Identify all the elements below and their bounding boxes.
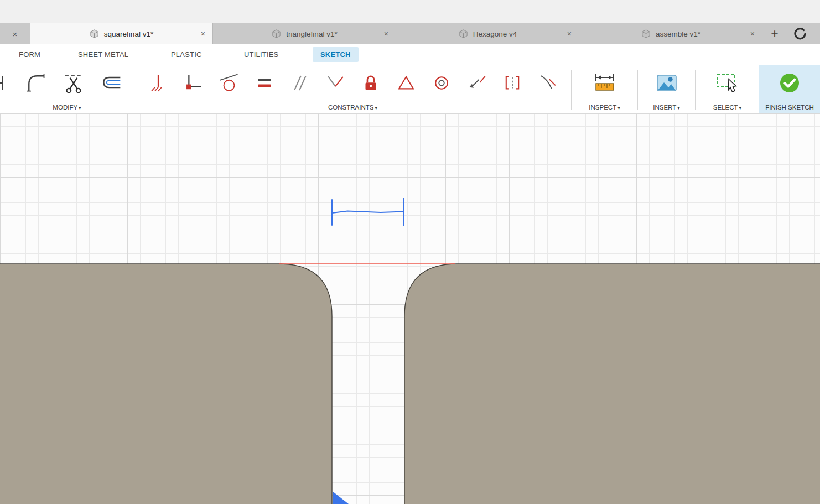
modify-dropdown[interactable]: MODIFY▾ — [0, 104, 134, 111]
dropdown-caret-icon: ▾ — [375, 105, 377, 111]
tab-close-icon[interactable]: × — [384, 29, 388, 38]
curvature-constraint-icon[interactable] — [500, 70, 525, 96]
insert-image-icon[interactable] — [654, 70, 679, 96]
inspect-dropdown[interactable]: INSPECT▾ — [572, 104, 637, 111]
new-tab-button[interactable]: + — [762, 23, 787, 44]
ribbon-tab-utilities[interactable]: UTILITIES — [244, 44, 278, 65]
dropdown-caret-icon: ▾ — [739, 105, 742, 111]
sketch-scene — [0, 113, 820, 504]
modify-group: MODIFY▾ — [0, 65, 134, 113]
document-tab-trianglefinal[interactable]: trianglefinal v1* × — [213, 23, 396, 44]
clipped-tab-close-icon[interactable]: × — [0, 23, 30, 44]
sketch-profile-highlight[interactable] — [333, 492, 349, 504]
finish-sketch-icon[interactable] — [777, 70, 802, 96]
sync-status-icon[interactable] — [787, 23, 813, 44]
inspect-label: INSPECT — [589, 104, 616, 111]
finish-sketch-group: FINISH SKETCH — [759, 65, 820, 113]
select-marquee-icon[interactable] — [715, 70, 740, 96]
dropdown-caret-icon: ▾ — [617, 105, 620, 111]
tab-label: trianglefinal v1* — [286, 30, 337, 38]
tab-close-icon[interactable]: × — [750, 29, 755, 38]
document-tab-assemble[interactable]: assemble v1* × — [579, 23, 762, 44]
tab-cube-icon — [271, 29, 282, 39]
tab-cube-icon — [641, 29, 651, 39]
tab-label: squarefinal v1* — [104, 30, 153, 38]
tangent-constraint-icon[interactable] — [216, 70, 242, 96]
fillet-icon[interactable] — [23, 70, 49, 96]
finish-sketch-button[interactable]: FINISH SKETCH — [759, 104, 820, 111]
select-group: SELECT▾ — [696, 65, 759, 113]
constraints-group: CONSTRAINTS▾ — [134, 65, 571, 113]
constraints-dropdown[interactable]: CONSTRAINTS▾ — [134, 104, 571, 111]
inspect-group: INSPECT▾ — [572, 65, 637, 113]
parallel-constraint-icon[interactable] — [287, 70, 313, 96]
concentric-constraint-icon[interactable] — [429, 70, 454, 96]
insert-group: INSERT▾ — [638, 65, 695, 113]
solid-body-right[interactable] — [404, 264, 820, 504]
document-tabbar: × squarefinal v1* × trianglefinal v1* × … — [0, 23, 820, 44]
midpoint-constraint-icon[interactable] — [393, 70, 419, 96]
tab-label: assemble v1* — [656, 30, 700, 38]
sketch-dimension[interactable] — [332, 198, 403, 226]
ribbon-tab-plastic[interactable]: PLASTIC — [171, 44, 202, 65]
trim-icon[interactable] — [61, 70, 86, 96]
perpendicular-constraint-icon[interactable] — [323, 70, 348, 96]
tab-cube-icon — [89, 29, 100, 39]
tab-close-icon[interactable]: × — [567, 29, 572, 38]
insert-dropdown[interactable]: INSERT▾ — [638, 104, 695, 111]
measure-icon[interactable] — [592, 70, 617, 96]
select-dropdown[interactable]: SELECT▾ — [696, 104, 759, 111]
fix-constraint-icon[interactable] — [146, 70, 171, 96]
document-tab-hexagone[interactable]: Hexagone v4 × — [396, 23, 579, 44]
smooth-constraint-icon[interactable] — [535, 70, 560, 96]
extend-icon[interactable] — [0, 70, 11, 96]
solid-body-left[interactable] — [0, 264, 332, 504]
ribbon-tab-sketch[interactable]: SKETCH — [313, 47, 359, 62]
dropdown-caret-icon: ▾ — [79, 105, 81, 111]
lock-constraint-icon[interactable] — [358, 70, 383, 96]
application-window: × squarefinal v1* × trianglefinal v1* × … — [0, 0, 820, 504]
window-top-strip — [0, 0, 820, 23]
symmetry-constraint-icon[interactable] — [464, 70, 490, 96]
tab-close-icon[interactable]: × — [201, 29, 205, 38]
insert-label: INSERT — [653, 104, 676, 111]
ribbon-menu-row: FORM SHEET METAL PLASTIC UTILITIES SKETC… — [0, 44, 820, 65]
constraints-label: CONSTRAINTS — [328, 104, 373, 111]
ribbon-tab-sheet-metal[interactable]: SHEET METAL — [78, 44, 128, 65]
document-tab-squarefinal[interactable]: squarefinal v1* × — [30, 23, 213, 44]
sketch-toolbar: MODIFY▾ — [0, 65, 820, 113]
dropdown-caret-icon: ▾ — [677, 105, 680, 111]
select-label: SELECT — [713, 104, 738, 111]
equal-constraint-icon[interactable] — [252, 70, 277, 96]
tab-label: Hexagone v4 — [473, 30, 517, 38]
horizontal-vertical-constraint-icon[interactable] — [181, 70, 206, 96]
ribbon-tab-form[interactable]: FORM — [19, 44, 40, 65]
dimension-line[interactable] — [332, 211, 403, 214]
sketch-canvas[interactable] — [0, 113, 820, 504]
modify-label: MODIFY — [53, 104, 77, 111]
tab-cube-icon — [458, 29, 469, 39]
finish-sketch-label: FINISH SKETCH — [765, 104, 814, 111]
offset-icon[interactable] — [98, 70, 124, 96]
